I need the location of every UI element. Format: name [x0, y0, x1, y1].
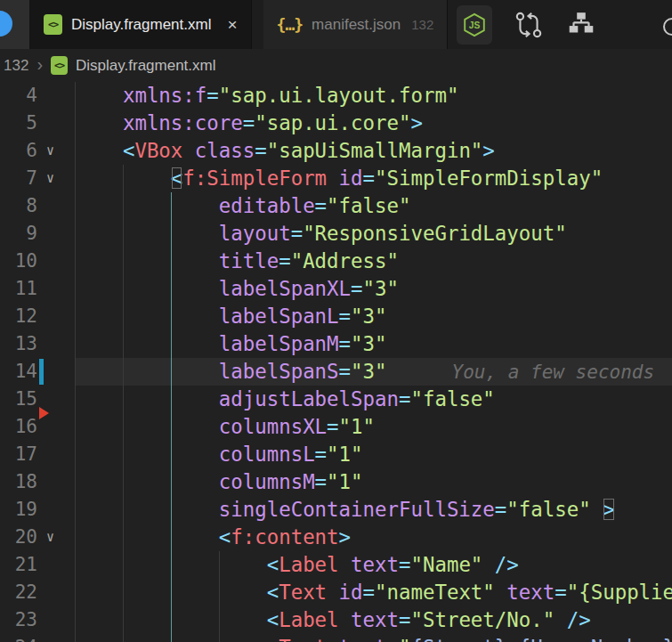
- token: "1": [327, 470, 362, 493]
- token: [75, 470, 219, 493]
- gutter[interactable]: 17: [0, 441, 75, 468]
- line-number[interactable]: 8: [0, 192, 37, 220]
- tab-label: manifest.json: [312, 16, 401, 34]
- fold-chevron-icon[interactable]: ∨: [37, 137, 75, 165]
- fold-spacer: [37, 579, 75, 606]
- token: [75, 305, 219, 328]
- token: "nameText": [375, 581, 495, 604]
- token: VBox: [134, 139, 182, 162]
- line-number[interactable]: 14: [0, 358, 37, 386]
- gutter[interactable]: 20∨: [0, 524, 75, 551]
- token: class: [195, 139, 255, 162]
- token: text: [351, 553, 399, 576]
- token: "SimpleFormDisplay": [375, 167, 603, 190]
- token: "3": [351, 332, 386, 355]
- gutter[interactable]: 16: [0, 413, 75, 441]
- open-changes-icon[interactable]: [514, 10, 544, 40]
- token: text: [351, 608, 399, 631]
- line-number[interactable]: 22: [0, 579, 37, 606]
- gutter[interactable]: 12: [0, 303, 75, 330]
- line-number[interactable]: 18: [0, 468, 37, 496]
- code-line: 12 labelSpanL="3": [0, 303, 672, 330]
- gutter[interactable]: 13: [0, 330, 75, 358]
- gutter[interactable]: 8: [0, 192, 75, 220]
- token: =: [315, 470, 327, 493]
- gutter[interactable]: 9: [0, 220, 75, 248]
- gutter[interactable]: 15: [0, 386, 75, 413]
- line-number[interactable]: 20: [0, 524, 37, 551]
- gutter[interactable]: 11: [0, 275, 75, 303]
- token: f:content: [231, 525, 338, 549]
- token: =: [279, 249, 290, 272]
- code-line: 10 title="Address": [0, 248, 672, 275]
- gutter[interactable]: 23: [0, 606, 75, 634]
- breadcrumb-root[interactable]: 132: [4, 57, 28, 75]
- line-number[interactable]: 6: [0, 137, 37, 165]
- fold-spacer: [37, 275, 75, 303]
- gutter[interactable]: 18: [0, 468, 75, 496]
- code-line: 14 labelSpanS="3"You, a few seconds: [0, 358, 672, 386]
- code-line: 11 labelSpanXL="3": [0, 275, 672, 303]
- hierarchy-icon[interactable]: [565, 10, 597, 40]
- line-number[interactable]: 16: [0, 413, 37, 441]
- gutter[interactable]: 7∨: [0, 165, 75, 192]
- line-number[interactable]: 12: [0, 303, 37, 330]
- token: {Street}: [410, 636, 506, 642]
- token: >: [339, 525, 351, 549]
- gutter[interactable]: 6∨: [0, 137, 75, 165]
- line-number[interactable]: 24: [0, 634, 37, 642]
- line-number[interactable]: 7: [0, 165, 37, 192]
- token: labelSpanXL: [219, 277, 351, 300]
- line-number[interactable]: 4: [0, 82, 37, 110]
- line-number[interactable]: 9: [0, 220, 37, 248]
- line-number[interactable]: 13: [0, 330, 37, 358]
- node-js-icon[interactable]: JS: [457, 5, 492, 45]
- code-lines: 4 xmlns:f="sap.ui.layout.form"5 xmlns:co…: [0, 82, 672, 642]
- breadcrumb-file[interactable]: Display.fragment.xml: [76, 57, 215, 75]
- code-line: 5 xmlns:core="sap.ui.core">: [0, 110, 672, 137]
- code-line: 16 columnsXL="1": [0, 413, 672, 441]
- line-number[interactable]: 10: [0, 248, 37, 275]
- gutter[interactable]: 24: [0, 634, 75, 642]
- tab-label: Display.fragment.xml: [71, 16, 211, 34]
- line-number[interactable]: 21: [0, 551, 37, 579]
- gutter[interactable]: 4: [0, 82, 75, 110]
- gutter[interactable]: 21: [0, 551, 75, 579]
- token: [75, 360, 219, 383]
- line-number[interactable]: 5: [0, 110, 37, 137]
- token: =: [399, 608, 410, 631]
- editor[interactable]: 4 xmlns:f="sap.ui.layout.form"5 xmlns:co…: [0, 82, 672, 642]
- token: "sap.ui.layout.form": [219, 84, 459, 107]
- token: [75, 277, 219, 300]
- token: <: [267, 636, 279, 642]
- git-deleted-indicator: [39, 407, 49, 419]
- token: [75, 443, 219, 466]
- token: />: [495, 553, 519, 576]
- tab-display-fragment-xml[interactable]: <> Display.fragment.xml ×: [30, 0, 252, 49]
- gutter[interactable]: 10: [0, 248, 75, 275]
- gutter[interactable]: 19: [0, 496, 75, 524]
- line-number[interactable]: 11: [0, 275, 37, 303]
- gutter[interactable]: 14: [0, 358, 75, 386]
- line-number[interactable]: 23: [0, 606, 37, 634]
- breadcrumb: 132 › <> Display.fragment.xml: [0, 49, 672, 82]
- line-number[interactable]: 19: [0, 496, 37, 524]
- close-icon[interactable]: ×: [227, 16, 237, 33]
- tab-manifest-json[interactable]: {…} manifest.json 132: [263, 0, 449, 49]
- token: labelSpanM: [219, 332, 339, 355]
- token: =: [243, 111, 255, 134]
- gutter[interactable]: 5: [0, 110, 75, 137]
- fold-chevron-icon[interactable]: ∨: [37, 165, 75, 192]
- fold-chevron-icon[interactable]: ∨: [37, 524, 75, 551]
- line-number[interactable]: 15: [0, 386, 37, 413]
- token: [75, 111, 123, 134]
- token: <: [219, 525, 231, 549]
- token: [327, 636, 338, 642]
- token: =: [387, 636, 399, 642]
- code-text: <Text id="nameText" text="{Supplier: [75, 579, 672, 606]
- code-line: 7∨ <f:SimpleForm id="SimpleFormDisplay": [0, 165, 672, 192]
- code-text: columnsM="1": [75, 468, 672, 496]
- line-number[interactable]: 17: [0, 441, 37, 468]
- gutter[interactable]: 22: [0, 579, 75, 606]
- code-line: 9 layout="ResponsiveGridLayout": [0, 220, 672, 248]
